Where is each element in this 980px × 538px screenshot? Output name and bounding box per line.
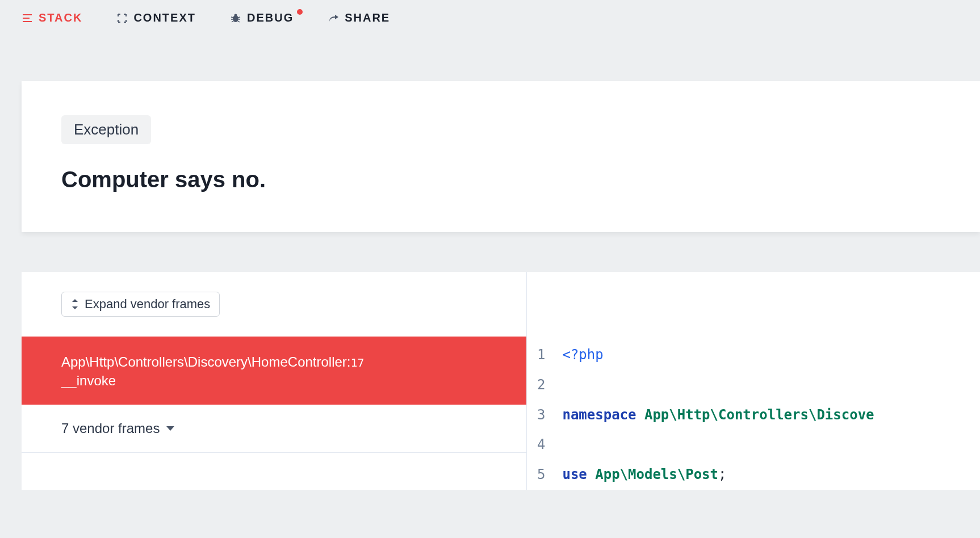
nav-context-label: CONTEXT: [133, 11, 196, 24]
line-number: 5: [537, 460, 545, 490]
exception-badge: Exception: [61, 115, 151, 144]
line-number: 1: [537, 340, 545, 370]
line-number: 2: [537, 370, 545, 400]
svg-point-4: [234, 14, 237, 16]
context-icon: [116, 12, 128, 24]
nav-stack[interactable]: STACK: [22, 11, 82, 24]
nav-stack-label: STACK: [39, 11, 82, 24]
line-number: 3: [537, 400, 545, 430]
code-line: namespace App\Http\Controllers\Discove: [562, 400, 874, 430]
nav-context[interactable]: CONTEXT: [116, 11, 196, 24]
stack-icon: [22, 12, 33, 24]
expand-icon: [71, 299, 79, 309]
code-lines: <?php namespace App\Http\Controllers\Dis…: [562, 340, 874, 490]
exception-message: Computer says no.: [61, 167, 940, 192]
code-panel: 12345 <?php namespace App\Http\Controlle…: [527, 272, 980, 490]
nav-share-label: SHARE: [345, 11, 390, 24]
nav-debug-label: DEBUG: [247, 11, 294, 24]
code-line: [562, 430, 874, 460]
code-line: [562, 370, 874, 400]
code-line: <?php: [562, 340, 874, 370]
active-frame[interactable]: App\Http\Controllers\Discovery\HomeContr…: [22, 337, 526, 405]
code-line: use App\Models\Post;: [562, 460, 874, 490]
stack-split: Expand vendor frames App\Http\Controller…: [22, 272, 980, 490]
code-gutter: 12345: [527, 340, 562, 490]
nav-share[interactable]: SHARE: [328, 11, 390, 24]
expand-vendor-button[interactable]: Expand vendor frames: [61, 292, 220, 317]
share-icon: [328, 12, 339, 24]
svg-line-6: [238, 17, 240, 18]
vendor-frames-label: 7 vendor frames: [61, 421, 160, 436]
frames-panel: Expand vendor frames App\Http\Controller…: [22, 272, 527, 490]
svg-line-9: [232, 21, 233, 22]
frame-method: __invoke: [61, 373, 487, 389]
nav-debug[interactable]: DEBUG: [230, 11, 294, 24]
vendor-frames-toggle[interactable]: 7 vendor frames: [22, 405, 526, 453]
exception-card: Exception Computer says no.: [22, 81, 980, 232]
svg-line-5: [231, 17, 233, 18]
line-number: 4: [537, 430, 545, 460]
svg-line-10: [238, 21, 240, 22]
top-nav: STACK CONTEXT DEBU: [0, 0, 980, 36]
debug-badge-dot: [297, 9, 303, 15]
frame-path: App\Http\Controllers\Discovery\HomeContr…: [61, 352, 487, 372]
bug-icon: [230, 12, 241, 24]
expand-vendor-label: Expand vendor frames: [85, 297, 210, 312]
chevron-down-icon: [166, 426, 174, 431]
